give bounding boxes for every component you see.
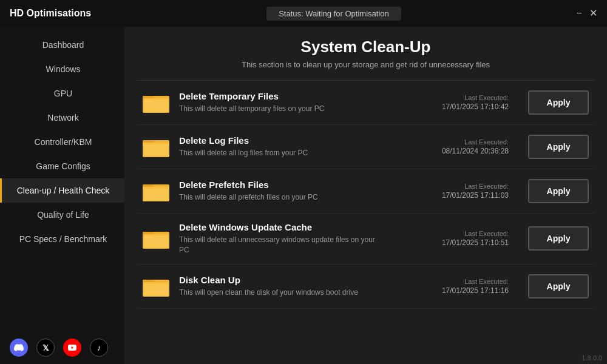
svg-rect-17 — [144, 189, 168, 200]
folder-icon-delete-prefetch — [143, 178, 169, 204]
sidebar-item-cleanup-health[interactable]: Clean-up / Health Check — [0, 178, 124, 203]
sidebar: DashboardWindowsGPUNetworkController/KBM… — [0, 27, 124, 364]
opt-item-delete-log: Delete Log Files This will delete all lo… — [137, 125, 595, 169]
last-exec-date-delete-temp: 17/01/2025 17:10:42 — [442, 103, 509, 111]
opt-desc-delete-log: This will delete all log files from your… — [179, 148, 385, 158]
sidebar-item-network[interactable]: Network — [0, 106, 124, 130]
section-subtitle: This section is to clean up your storage… — [143, 60, 589, 69]
tiktok-icon[interactable]: ♪ — [90, 339, 108, 357]
apply-button-delete-windows-update[interactable]: Apply — [528, 226, 589, 251]
last-exec-label-delete-prefetch: Last Executed: — [412, 183, 509, 190]
opt-text-delete-windows-update: Delete Windows Update Cache This will de… — [179, 222, 402, 255]
window-controls: − ✕ — [577, 8, 597, 18]
last-exec-delete-log: Last Executed: 08/11/2024 20:36:28 — [412, 138, 509, 155]
main-content: System Clean-Up This section is to clean… — [124, 27, 607, 364]
app-body: DashboardWindowsGPUNetworkController/KBM… — [0, 27, 607, 364]
minimize-button[interactable]: − — [577, 8, 582, 18]
last-exec-delete-windows-update: Last Executed: 17/01/2025 17:10:51 — [412, 230, 509, 247]
section-title: System Clean-Up — [143, 38, 589, 56]
youtube-icon[interactable] — [63, 339, 81, 357]
opt-title-delete-windows-update: Delete Windows Update Cache — [179, 222, 402, 232]
title-bar: HD Optimisations Status: Waiting for Opt… — [0, 0, 607, 27]
sidebar-item-pc-specs[interactable]: PC Specs / Benchmark — [0, 227, 124, 251]
svg-rect-23 — [144, 237, 168, 248]
folder-icon-delete-temp — [143, 89, 169, 116]
svg-rect-29 — [144, 284, 168, 295]
discord-icon[interactable] — [10, 339, 28, 357]
sidebar-footer: 𝕏 ♪ — [0, 331, 124, 364]
apply-button-delete-log[interactable]: Apply — [528, 135, 589, 159]
last-exec-delete-temp: Last Executed: 17/01/2025 17:10:42 — [412, 94, 509, 111]
folder-icon-delete-log — [143, 133, 169, 160]
sidebar-item-controller-kbm[interactable]: Controller/KBM — [0, 130, 124, 154]
sidebar-item-quality-of-life[interactable]: Quality of Life — [0, 203, 124, 227]
last-exec-date-delete-prefetch: 17/01/2025 17:11:03 — [442, 191, 509, 200]
folder-icon-delete-windows-update — [143, 225, 169, 252]
opt-title-disk-cleanup: Disk Clean Up — [179, 275, 402, 285]
last-exec-label-delete-temp: Last Executed: — [412, 94, 509, 101]
last-exec-date-delete-windows-update: 17/01/2025 17:10:51 — [442, 238, 509, 247]
last-exec-label-delete-log: Last Executed: — [412, 138, 509, 146]
opt-title-delete-log: Delete Log Files — [179, 135, 402, 146]
sidebar-item-windows[interactable]: Windows — [0, 57, 124, 81]
folder-icon-disk-cleanup — [143, 273, 169, 300]
content-header: System Clean-Up This section is to clean… — [124, 27, 607, 75]
svg-rect-5 — [144, 100, 168, 111]
close-button[interactable]: ✕ — [589, 8, 597, 18]
last-exec-date-delete-log: 08/11/2024 20:36:28 — [442, 147, 509, 155]
apply-button-delete-temp[interactable]: Apply — [528, 90, 589, 115]
app-title: HD Optimisations — [10, 8, 91, 19]
last-exec-label-disk-cleanup: Last Executed: — [412, 278, 509, 285]
opt-text-delete-prefetch: Delete Prefetch Files This will delete a… — [179, 180, 402, 203]
last-exec-disk-cleanup: Last Executed: 17/01/2025 17:11:16 — [412, 278, 509, 295]
opt-desc-delete-temp: This will delete all temporary files on … — [179, 104, 385, 114]
last-exec-delete-prefetch: Last Executed: 17/01/2025 17:11:03 — [412, 183, 509, 200]
opt-item-delete-windows-update: Delete Windows Update Cache This will de… — [137, 214, 595, 265]
opt-title-delete-temp: Delete Temporary Files — [179, 91, 402, 101]
apply-button-delete-prefetch[interactable]: Apply — [528, 179, 589, 203]
last-exec-date-disk-cleanup: 17/01/2025 17:11:16 — [442, 286, 509, 295]
opt-desc-delete-windows-update: This will delete all unnecessary windows… — [179, 235, 385, 255]
opt-text-disk-cleanup: Disk Clean Up This will open clean the d… — [179, 275, 402, 298]
opt-desc-disk-cleanup: This will open clean the disk of your wi… — [179, 288, 385, 298]
items-list: Delete Temporary Files This will delete … — [124, 81, 607, 364]
opt-desc-delete-prefetch: This will delete all prefetch files on y… — [179, 192, 385, 203]
x-twitter-icon[interactable]: 𝕏 — [36, 339, 55, 357]
apply-button-disk-cleanup[interactable]: Apply — [528, 274, 589, 298]
sidebar-item-dashboard[interactable]: Dashboard — [0, 33, 124, 57]
opt-item-delete-temp: Delete Temporary Files This will delete … — [137, 81, 595, 125]
sidebar-item-game-configs[interactable]: Game Configs — [0, 154, 124, 178]
opt-item-delete-prefetch: Delete Prefetch Files This will delete a… — [137, 169, 595, 214]
svg-rect-11 — [144, 144, 168, 155]
opt-item-disk-cleanup: Disk Clean Up This will open clean the d… — [137, 265, 595, 309]
status-text: Status: Waiting for Optimisation — [266, 7, 401, 21]
sidebar-item-gpu[interactable]: GPU — [0, 81, 124, 106]
version-badge: 1.8.0.0 — [582, 354, 602, 362]
last-exec-label-delete-windows-update: Last Executed: — [412, 230, 509, 237]
opt-title-delete-prefetch: Delete Prefetch Files — [179, 180, 402, 190]
opt-text-delete-temp: Delete Temporary Files This will delete … — [179, 91, 402, 114]
opt-text-delete-log: Delete Log Files This will delete all lo… — [179, 135, 402, 158]
